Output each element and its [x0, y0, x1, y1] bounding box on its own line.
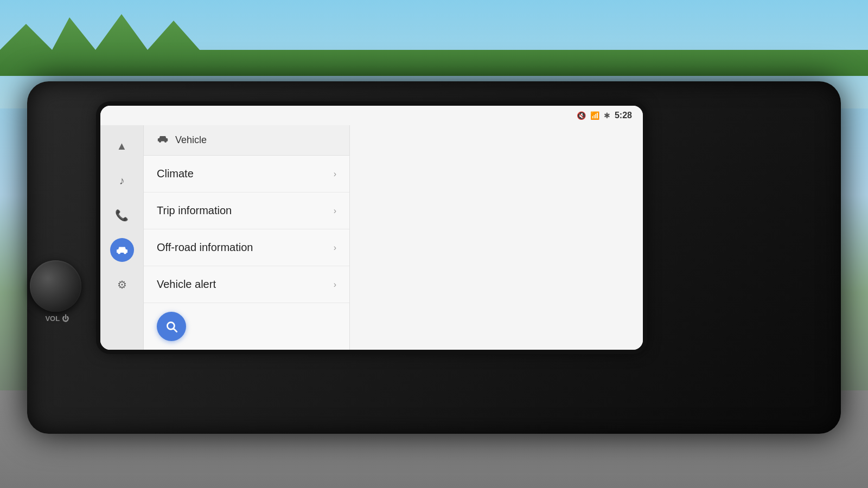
volume-label: VOL ⏻ — [33, 314, 81, 323]
right-panel — [350, 125, 643, 350]
search-icon — [164, 319, 178, 333]
vehicle-header-icon — [157, 133, 169, 147]
sidebar-item-vehicle[interactable] — [110, 238, 134, 262]
bluetooth-icon: ✱ — [604, 111, 610, 120]
car-icon — [116, 243, 129, 256]
phone-icon: 📞 — [115, 209, 129, 222]
clock: 5:28 — [615, 111, 632, 120]
sidebar: ▲ ♪ 📞 ⚙ — [100, 125, 144, 350]
search-button[interactable] — [157, 312, 186, 341]
offroad-information-label: Off-road information — [157, 241, 253, 254]
sidebar-item-music[interactable]: ♪ — [110, 169, 134, 192]
navigation-icon: ▲ — [117, 140, 127, 152]
menu-panel: Vehicle Climate › Trip information › Off… — [144, 125, 350, 350]
sidebar-item-phone[interactable]: 📞 — [110, 203, 134, 227]
trip-information-label: Trip information — [157, 204, 232, 217]
climate-chevron: › — [334, 169, 336, 179]
signal-icon: 🔇 — [577, 111, 586, 120]
vehicle-alert-chevron: › — [334, 280, 336, 290]
menu-item-offroad-information[interactable]: Off-road information › — [144, 229, 349, 266]
settings-icon: ⚙ — [117, 278, 127, 291]
menu-item-trip-information[interactable]: Trip information › — [144, 192, 349, 229]
music-icon: ♪ — [119, 175, 125, 187]
sidebar-item-settings[interactable]: ⚙ — [110, 273, 134, 297]
menu-item-vehicle-alert[interactable]: Vehicle alert › — [144, 266, 349, 303]
volume-knob[interactable] — [30, 260, 81, 312]
menu-header: Vehicle — [144, 125, 349, 156]
status-bar: 🔇 📶 ✱ 5:28 — [100, 106, 643, 125]
vehicle-alert-label: Vehicle alert — [157, 278, 216, 291]
offroad-chevron: › — [334, 243, 336, 253]
menu-item-climate[interactable]: Climate › — [144, 156, 349, 192]
trip-chevron: › — [334, 206, 336, 216]
sidebar-item-navigation[interactable]: ▲ — [110, 134, 134, 158]
main-content: ▲ ♪ 📞 ⚙ — [100, 125, 643, 350]
menu-title: Vehicle — [175, 134, 207, 146]
infotainment-screen: 🔇 📶 ✱ 5:28 ▲ ♪ 📞 — [100, 106, 643, 350]
wifi-icon: 📶 — [590, 111, 599, 120]
climate-label: Climate — [157, 168, 194, 180]
screen-container: 🔇 📶 ✱ 5:28 ▲ ♪ 📞 — [100, 106, 643, 350]
menu-items-list: Climate › Trip information › Off-road in… — [144, 156, 349, 303]
